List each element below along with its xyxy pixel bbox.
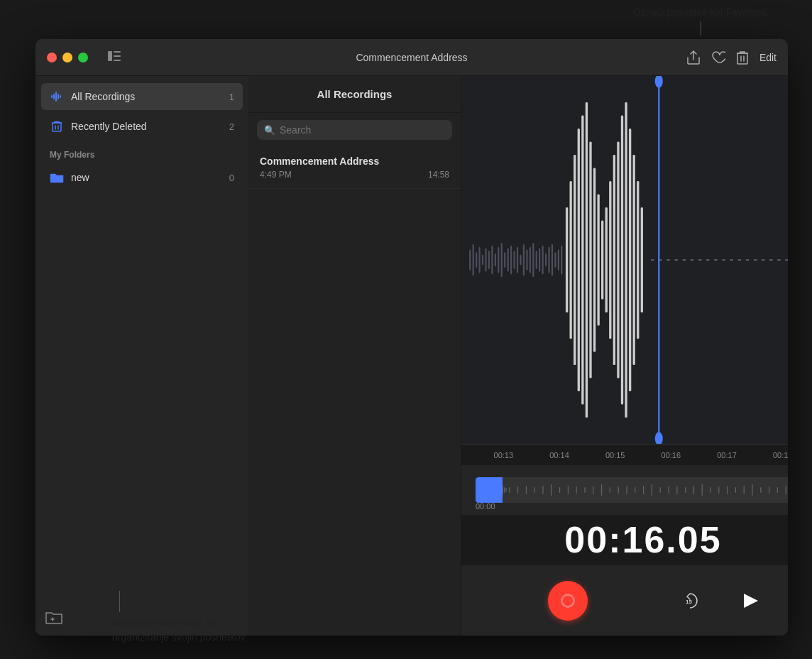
- search-bar[interactable]: 🔍: [257, 120, 452, 140]
- svg-rect-22: [501, 243, 503, 277]
- svg-rect-89: [626, 486, 627, 494]
- minimize-button[interactable]: [62, 53, 72, 62]
- search-icon: 🔍: [264, 125, 275, 136]
- recently-deleted-label: Recently Deleted: [71, 121, 229, 132]
- rewind-button[interactable]: 15: [674, 585, 706, 616]
- svg-rect-74: [505, 488, 506, 492]
- svg-rect-57: [625, 102, 627, 418]
- svg-rect-7: [55, 92, 57, 102]
- svg-rect-29: [523, 244, 525, 276]
- record-button[interactable]: [548, 581, 588, 621]
- waveform-container[interactable]: [461, 76, 788, 444]
- svg-rect-85: [593, 486, 593, 494]
- mini-waveform-track: // This won't run in SVG, using static b…: [476, 477, 788, 503]
- sidebar-folder-new[interactable]: new 0: [41, 164, 243, 191]
- transport-right: 15 15: [674, 585, 788, 616]
- add-folder-button[interactable]: [44, 607, 64, 627]
- svg-rect-41: [561, 246, 562, 275]
- traffic-lights: [35, 51, 248, 64]
- svg-rect-106: [769, 486, 769, 494]
- svg-rect-88: [618, 486, 619, 494]
- svg-rect-30: [526, 249, 527, 271]
- sidebar-item-recently-deleted[interactable]: Recently Deleted 2: [41, 113, 243, 140]
- app-window: Commencement Address: [35, 39, 788, 636]
- titlebar: Commencement Address: [35, 39, 788, 76]
- close-button[interactable]: [47, 53, 57, 62]
- svg-rect-38: [552, 244, 553, 276]
- all-recordings-label: All Recordings: [71, 91, 229, 102]
- my-folders-header: My Folders: [35, 141, 248, 163]
- svg-rect-48: [589, 142, 591, 378]
- svg-rect-80: [551, 484, 552, 496]
- svg-rect-32: [532, 243, 534, 277]
- svg-rect-103: [744, 486, 745, 494]
- sidebar-bottom: [35, 599, 248, 636]
- svg-rect-95: [676, 486, 677, 494]
- time-mark-5: 00:17: [699, 451, 755, 459]
- svg-rect-5: [51, 95, 53, 98]
- svg-rect-33: [536, 251, 537, 269]
- svg-rect-18: [488, 251, 490, 269]
- svg-rect-40: [558, 249, 559, 271]
- delete-button[interactable]: [737, 50, 748, 65]
- svg-rect-24: [508, 248, 509, 271]
- svg-rect-87: [610, 487, 610, 493]
- svg-rect-55: [617, 142, 619, 378]
- play-button[interactable]: [734, 585, 765, 616]
- svg-rect-8: [57, 94, 59, 99]
- svg-rect-15: [478, 247, 480, 273]
- svg-rect-60: [637, 181, 639, 339]
- all-recordings-count: 1: [229, 92, 234, 102]
- recording-item[interactable]: Commencement Address 4:49 PM 14:58: [248, 147, 461, 189]
- svg-rect-92: [652, 484, 652, 496]
- svg-rect-94: [668, 486, 669, 494]
- recording-title: Commencement Address: [260, 156, 449, 167]
- svg-rect-107: [777, 487, 778, 493]
- svg-rect-76: [517, 486, 518, 494]
- svg-rect-49: [593, 168, 596, 352]
- svg-rect-16: [482, 255, 483, 266]
- mini-waveform[interactable]: // This won't run in SVG, using static b…: [461, 465, 788, 515]
- svg-rect-93: [660, 487, 661, 493]
- svg-rect-79: [542, 486, 543, 494]
- mini-time-start: 00:00: [476, 502, 495, 511]
- svg-rect-81: [559, 487, 560, 493]
- svg-rect-12: [469, 249, 471, 271]
- recording-time: 4:49 PM: [260, 170, 292, 180]
- search-input[interactable]: [280, 124, 445, 136]
- svg-rect-56: [621, 116, 623, 405]
- svg-rect-47: [586, 102, 588, 418]
- svg-rect-39: [554, 252, 556, 268]
- svg-rect-37: [548, 247, 549, 273]
- svg-rect-84: [584, 487, 585, 493]
- time-mark-2: 00:14: [532, 451, 588, 459]
- svg-rect-46: [581, 116, 583, 405]
- svg-rect-54: [613, 155, 615, 365]
- svg-rect-58: [629, 129, 631, 391]
- svg-rect-31: [530, 247, 531, 273]
- sidebar-toggle-button[interactable]: [108, 51, 121, 64]
- svg-rect-50: [597, 195, 599, 326]
- svg-rect-61: [641, 207, 643, 312]
- svg-rect-78: [534, 487, 535, 493]
- edit-button[interactable]: Edit: [759, 52, 777, 63]
- svg-rect-28: [520, 255, 521, 266]
- favorite-button[interactable]: [711, 51, 725, 64]
- svg-rect-36: [545, 254, 547, 267]
- svg-rect-108: [786, 486, 786, 494]
- waveform-icon: [50, 92, 64, 102]
- svg-rect-44: [574, 155, 576, 365]
- svg-rect-104: [752, 484, 752, 496]
- mini-waveform-progress: [476, 477, 503, 503]
- svg-rect-14: [476, 252, 477, 268]
- svg-rect-75: [509, 487, 510, 493]
- recording-list: All Recordings 🔍 Commencement Address 4:…: [248, 76, 461, 636]
- sidebar-item-all-recordings[interactable]: All Recordings 1: [41, 83, 243, 110]
- svg-rect-101: [727, 486, 728, 494]
- svg-rect-1: [114, 51, 121, 53]
- share-button[interactable]: [687, 50, 700, 65]
- maximize-button[interactable]: [78, 53, 88, 62]
- svg-rect-35: [542, 246, 544, 275]
- svg-rect-20: [495, 254, 496, 267]
- svg-rect-51: [601, 221, 603, 300]
